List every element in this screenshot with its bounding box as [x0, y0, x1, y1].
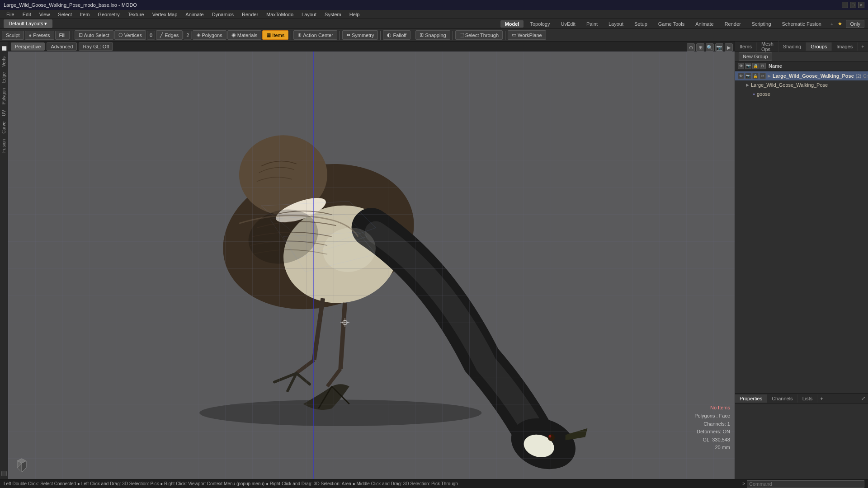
- rp-add-tab-button[interactable]: +: [859, 42, 867, 51]
- tab-topology[interactable]: Topology: [525, 20, 554, 28]
- items-button[interactable]: ▦ Items: [262, 30, 288, 40]
- falloff-button[interactable]: ◐ Falloff: [383, 30, 410, 40]
- tab-paint[interactable]: Paint: [582, 20, 602, 28]
- sidebar-tab-curve[interactable]: Curve: [0, 119, 7, 136]
- right-panel: Items Mesh Ops Shading Groups Images + ⤢…: [735, 42, 868, 479]
- new-group-button[interactable]: New Group: [739, 52, 772, 61]
- menu-item[interactable]: Item: [76, 11, 93, 18]
- sidebar-tab-edges[interactable]: Edge: [0, 70, 7, 85]
- menu-render[interactable]: Render: [238, 11, 262, 18]
- viewport-camera-icon[interactable]: 📷: [715, 43, 723, 52]
- menu-texture[interactable]: Texture: [124, 11, 148, 18]
- items-icon: ▦: [266, 32, 271, 38]
- group-item-main[interactable]: 👁 📷 🔒 R ▶ Large_Wild_Goose_Walking_Pose …: [735, 71, 868, 80]
- materials-button[interactable]: ◉ Materials: [227, 30, 262, 40]
- tab-setup[interactable]: Setup: [630, 20, 652, 28]
- tab-schematic-fusion[interactable]: Schematic Fusion: [778, 20, 826, 28]
- sidebar-tab-uv[interactable]: UV: [0, 107, 7, 119]
- rp-tab-groups[interactable]: Groups: [806, 42, 832, 51]
- group-render-icon[interactable]: R: [760, 73, 766, 79]
- vertices-button[interactable]: ⬡ Vertices: [114, 30, 146, 40]
- maximize-button[interactable]: □: [850, 2, 856, 8]
- minimize-button[interactable]: _: [842, 2, 848, 8]
- command-arrow: >: [742, 481, 745, 486]
- select-through-button[interactable]: ⬚ Select Through: [455, 30, 503, 40]
- group-cam-icon[interactable]: 📷: [745, 73, 751, 79]
- menu-view[interactable]: View: [36, 11, 54, 18]
- menu-vertex-map[interactable]: Vertex Map: [149, 11, 181, 18]
- viewport-raygl-btn[interactable]: Ray GL: Off: [79, 42, 113, 51]
- menu-animate[interactable]: Animate: [182, 11, 207, 18]
- items-header-lock-icon[interactable]: 🔒: [752, 63, 759, 69]
- viewport[interactable]: Perspective Advanced Ray GL: Off ⊙ ⊞ 🔍 📷…: [8, 42, 735, 479]
- menu-layout[interactable]: Layout: [298, 11, 320, 18]
- items-header-render-icon[interactable]: R: [760, 63, 766, 69]
- sidebar-expand-button[interactable]: [1, 471, 7, 476]
- menu-geometry[interactable]: Geometry: [94, 11, 123, 18]
- app-title: Large_Wild_Goose_Walking_Pose_modo_base.…: [4, 2, 137, 8]
- tab-model[interactable]: Model: [500, 20, 524, 28]
- viewport-settings-icon[interactable]: ⊙: [687, 43, 695, 52]
- rb-expand-button[interactable]: ⤢: [859, 394, 868, 403]
- viewport-render-icon[interactable]: ▶: [725, 43, 733, 52]
- tab-animate[interactable]: Animate: [691, 20, 718, 28]
- workplane-button[interactable]: ▭ WorkPlane: [508, 30, 546, 40]
- select-through-icon: ⬚: [459, 32, 464, 38]
- default-layouts-dropdown[interactable]: Default Layouts ▾: [4, 19, 52, 28]
- add-tab-button[interactable]: +: [828, 20, 836, 28]
- rb-add-tab-button[interactable]: +: [817, 394, 826, 403]
- rb-tab-channels[interactable]: Channels: [767, 394, 797, 403]
- group-lock-icon[interactable]: 🔒: [752, 73, 759, 79]
- menu-dynamics[interactable]: Dynamics: [208, 11, 237, 18]
- tab-layout[interactable]: Layout: [604, 20, 628, 28]
- group-sub-item[interactable]: ▶ Large_Wild_Goose_Walking_Pose: [735, 80, 868, 89]
- tab-game-tools[interactable]: Game Tools: [654, 20, 689, 28]
- rb-tab-properties[interactable]: Properties: [735, 394, 767, 403]
- menu-edit[interactable]: Edit: [19, 11, 35, 18]
- viewport-advanced-btn[interactable]: Advanced: [47, 42, 77, 51]
- goose-item-icon: ▪: [753, 91, 755, 97]
- rp-tab-shading[interactable]: Shading: [778, 42, 806, 51]
- symmetry-label: Symmetry: [352, 33, 374, 38]
- group-eye-icon[interactable]: 👁: [738, 73, 744, 79]
- auto-select-button[interactable]: ⊡ Auto Select: [75, 30, 113, 40]
- snapping-button[interactable]: ⊞ Snapping: [415, 30, 450, 40]
- sidebar-tab-sculpt[interactable]: ⬜: [1, 43, 7, 54]
- right-panel-tabs: Items Mesh Ops Shading Groups Images + ⤢: [735, 42, 868, 52]
- symmetry-button[interactable]: ⇔ Symmetry: [342, 30, 378, 40]
- polygons-button[interactable]: ◈ Polygons: [193, 30, 226, 40]
- polygons-label: Polygons: [202, 33, 222, 38]
- only-button[interactable]: Only: [846, 20, 864, 28]
- viewport-grid-icon[interactable]: ⊞: [696, 43, 704, 52]
- menu-maxtomodo[interactable]: MaxToModo: [263, 11, 297, 18]
- rp-tab-mesh-ops[interactable]: Mesh Ops: [757, 40, 778, 53]
- menu-help[interactable]: Help: [346, 11, 363, 18]
- items-header-cam-icon[interactable]: 📷: [745, 63, 751, 69]
- rb-tab-lists[interactable]: Lists: [798, 394, 818, 403]
- sculpt-button[interactable]: Sculpt: [2, 31, 24, 40]
- sidebar-tab-polys[interactable]: Polygon: [0, 85, 7, 107]
- sidebar-tab-verts[interactable]: Verts: [0, 54, 7, 70]
- menu-system[interactable]: System: [321, 11, 345, 18]
- menu-select[interactable]: Select: [54, 11, 75, 18]
- presets-button[interactable]: ● Presets: [25, 31, 54, 40]
- edges-button[interactable]: ╱ Edges: [156, 30, 183, 40]
- toolbar-separator-1: [72, 31, 72, 40]
- fill-button[interactable]: Fill: [55, 31, 70, 40]
- new-group-bar: New Group: [735, 52, 868, 61]
- command-input[interactable]: [747, 480, 864, 488]
- tab-scripting[interactable]: Scripting: [747, 20, 776, 28]
- tab-render[interactable]: Render: [720, 20, 745, 28]
- group-sub-sub-item[interactable]: ▪ goose: [735, 89, 868, 99]
- viewport-perspective-btn[interactable]: Perspective: [11, 42, 45, 51]
- toolbar-separator-7: [505, 31, 505, 40]
- sidebar-tab-fusion[interactable]: Fusion: [0, 136, 7, 155]
- viewport-zoom-icon[interactable]: 🔍: [706, 43, 714, 52]
- close-button[interactable]: ×: [858, 2, 864, 8]
- menu-file[interactable]: File: [3, 11, 18, 18]
- action-center-button[interactable]: ⊕ Action Center: [293, 30, 337, 40]
- rp-tab-images[interactable]: Images: [832, 42, 858, 51]
- rp-tab-items[interactable]: Items: [735, 42, 757, 51]
- items-header-eye-icon[interactable]: 👁: [738, 63, 744, 69]
- tab-uvedit[interactable]: UvEdit: [557, 20, 580, 28]
